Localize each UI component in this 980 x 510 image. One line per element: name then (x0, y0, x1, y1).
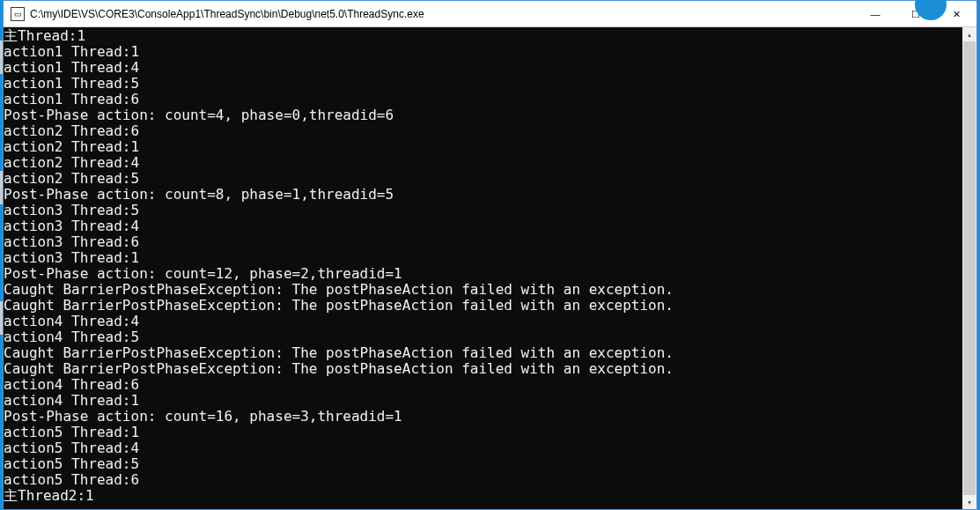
window-titlebar[interactable]: ▭ C:\my\IDE\VS\CORE3\ConsoleApp1\ThreadS… (4, 1, 976, 27)
console-line: Post-Phase action: count=8, phase=1,thre… (4, 187, 962, 203)
console-line: Caught BarrierPostPhaseException: The po… (4, 282, 962, 298)
vertical-scrollbar[interactable]: ▴ ▾ (962, 27, 976, 509)
scroll-track[interactable] (962, 41, 976, 495)
console-line: action2 Thread:4 (4, 155, 962, 171)
console-line: Caught BarrierPostPhaseException: The po… (4, 361, 962, 377)
console-line: action3 Thread:1 (4, 250, 962, 266)
console-line: action1 Thread:6 (4, 92, 962, 107)
console-line: action4 Thread:1 (4, 393, 962, 409)
console-client-area: 主Thread:1action1 Thread:1action1 Thread:… (4, 27, 976, 509)
console-window: ▭ C:\my\IDE\VS\CORE3\ConsoleApp1\ThreadS… (3, 0, 977, 510)
console-line: action3 Thread:5 (4, 203, 962, 218)
console-line: Post-Phase action: count=16, phase=3,thr… (4, 409, 962, 425)
app-icon: ▭ (11, 7, 25, 21)
console-line: Post-Phase action: count=4, phase=0,thre… (4, 107, 962, 123)
console-line: action3 Thread:4 (4, 218, 962, 234)
console-line: action3 Thread:6 (4, 234, 962, 250)
minimize-button[interactable]: — (855, 1, 895, 27)
console-line: Post-Phase action: count=12, phase=2,thr… (4, 266, 962, 282)
console-line: action1 Thread:4 (4, 60, 962, 76)
close-icon: ✕ (953, 9, 961, 20)
console-line: 主Thread2:1 (4, 488, 962, 504)
console-line: action5 Thread:4 (4, 440, 962, 456)
app-icon-glyph: ▭ (14, 10, 22, 18)
console-line: action1 Thread:5 (4, 76, 962, 92)
window-title: C:\my\IDE\VS\CORE3\ConsoleApp1\ThreadSyn… (30, 8, 855, 20)
console-line: Caught BarrierPostPhaseException: The po… (4, 345, 962, 361)
console-line: action4 Thread:4 (4, 314, 962, 329)
console-line: action1 Thread:1 (4, 44, 962, 60)
scroll-thumb[interactable] (963, 41, 976, 495)
console-line: action2 Thread:6 (4, 123, 962, 139)
chevron-down-icon: ▾ (968, 499, 971, 506)
minimize-icon: — (871, 9, 881, 19)
console-line: action4 Thread:5 (4, 329, 962, 345)
chevron-up-icon: ▴ (968, 31, 971, 39)
console-line: action2 Thread:1 (4, 139, 962, 155)
console-line: Caught BarrierPostPhaseException: The po… (4, 298, 962, 314)
scroll-down-button[interactable]: ▾ (962, 495, 976, 509)
scroll-up-button[interactable]: ▴ (962, 27, 976, 41)
console-line: action5 Thread:6 (4, 472, 962, 488)
console-line: action5 Thread:5 (4, 456, 962, 472)
console-output[interactable]: 主Thread:1action1 Thread:1action1 Thread:… (4, 27, 962, 509)
console-line: action2 Thread:5 (4, 171, 962, 187)
console-line: 主Thread:1 (4, 28, 962, 44)
console-line: action4 Thread:6 (4, 377, 962, 393)
console-line: action5 Thread:1 (4, 425, 962, 440)
